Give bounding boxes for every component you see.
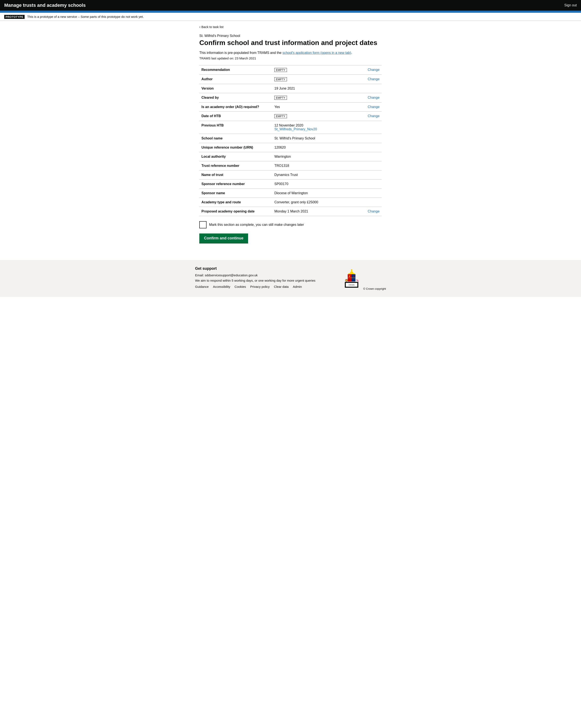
checkbox-label: Mark this section as complete, you can s…: [209, 223, 304, 227]
row-value: TRO1318: [272, 161, 354, 171]
row-value: Warrington: [272, 152, 354, 161]
row-value: 120620: [272, 143, 354, 152]
footer-links: GuidanceAccessibilityCookiesPrivacy poli…: [195, 285, 315, 288]
svg-text:♛: ♛: [353, 275, 355, 278]
row-label: Recommendation: [199, 66, 272, 75]
row-action[interactable]: Change: [354, 207, 382, 216]
header: Manage trusts and academy schools Sign o…: [0, 0, 581, 10]
table-row: Trust reference numberTRO1318: [199, 161, 382, 171]
row-label: School name: [199, 134, 272, 143]
footer-link[interactable]: Accessibility: [213, 285, 230, 288]
support-heading: Get support: [195, 266, 315, 271]
empty-badge: EMPTY: [274, 68, 287, 72]
table-row: Sponsor nameDiocese of Warrington: [199, 189, 382, 198]
previous-htb-link[interactable]: St_Wilfreds_Primary_Nov20: [274, 127, 352, 131]
row-value: Converter, grant only £25000: [272, 198, 354, 207]
svg-point-12: [354, 274, 355, 275]
signout-button[interactable]: Sign out: [564, 3, 577, 7]
table-row: Version19 June 2021: [199, 84, 382, 93]
empty-badge: EMPTY: [274, 96, 287, 100]
row-action: [354, 121, 382, 134]
footer-response-text: We aim to respond within 5 working days,…: [195, 279, 315, 282]
table-row: RecommendationEMPTYChange: [199, 66, 382, 75]
footer-link[interactable]: Privacy policy: [250, 285, 270, 288]
footer-link[interactable]: Cookies: [234, 285, 246, 288]
table-row: Is an academy order (AO) required?YesCha…: [199, 103, 382, 112]
support-email[interactable]: sddservicesupport@education.gov.uk: [205, 274, 258, 277]
row-label: Local authority: [199, 152, 272, 161]
complete-checkbox-section: Mark this section as complete, you can s…: [199, 221, 382, 228]
svg-marker-9: [349, 270, 355, 274]
row-action[interactable]: Change: [354, 66, 382, 75]
info-text-before: This information is pre-populated from T…: [199, 51, 282, 55]
row-action[interactable]: Change: [354, 75, 382, 84]
svg-text:CROWN: CROWN: [349, 284, 355, 286]
row-action: [354, 143, 382, 152]
confirm-button[interactable]: Confirm and continue: [199, 233, 248, 243]
info-text-after: .: [351, 51, 352, 55]
email-prefix: Email:: [195, 274, 205, 277]
header-title: Manage trusts and academy schools: [4, 3, 86, 8]
row-label: Unique reference number (URN): [199, 143, 272, 152]
change-link[interactable]: Change: [368, 105, 380, 109]
row-label: Version: [199, 84, 272, 93]
row-value: 19 June 2021: [272, 84, 354, 93]
row-value: Monday 1 March 2021: [272, 207, 354, 216]
school-name-label: St. Wilfrid's Primary School: [199, 34, 382, 38]
row-label: Name of trust: [199, 171, 272, 180]
crown-copyright: © Crown copyright: [363, 287, 386, 290]
change-link[interactable]: Change: [368, 209, 380, 213]
row-action[interactable]: Change: [354, 103, 382, 112]
row-value: EMPTY: [272, 75, 354, 84]
row-value: Dynamics Trust: [272, 171, 354, 180]
blue-bar: [0, 10, 581, 13]
table-row: Previous HTB12 November 2020St_Wilfreds_…: [199, 121, 382, 134]
footer-link[interactable]: Admin: [293, 285, 302, 288]
footer-link[interactable]: Clear data: [274, 285, 288, 288]
row-label: Cleared by: [199, 93, 272, 103]
row-value: EMPTY: [272, 112, 354, 121]
row-value: EMPTY: [272, 93, 354, 103]
row-action[interactable]: Change: [354, 112, 382, 121]
complete-checkbox[interactable]: [199, 221, 206, 228]
row-label: Author: [199, 75, 272, 84]
svg-text:♛: ♛: [349, 275, 351, 278]
svg-text:🦄: 🦄: [356, 279, 359, 283]
row-label: Sponsor reference number: [199, 180, 272, 189]
back-link[interactable]: Back to task list: [199, 25, 223, 29]
row-label: Is an academy order (AO) required?: [199, 103, 272, 112]
row-action: [354, 152, 382, 161]
footer-email-line: Email: sddservicesupport@education.gov.u…: [195, 274, 315, 277]
row-action[interactable]: Change: [354, 93, 382, 103]
change-link[interactable]: Change: [368, 114, 380, 118]
empty-badge: EMPTY: [274, 77, 287, 81]
row-value: EMPTY: [272, 66, 354, 75]
row-action: [354, 189, 382, 198]
row-action: [354, 134, 382, 143]
row-value: SP00170: [272, 180, 354, 189]
row-value: St. Wilfrid's Primary School: [272, 134, 354, 143]
row-action: [354, 171, 382, 180]
svg-point-11: [348, 274, 349, 275]
row-action: [354, 180, 382, 189]
table-row: Unique reference number (URN)120620: [199, 143, 382, 152]
svg-point-10: [351, 269, 353, 271]
crown-logo-section: CROWN ♛ ♛ 🦁 🦄 © Crown copyright: [341, 266, 386, 291]
change-link[interactable]: Change: [368, 77, 380, 81]
change-link[interactable]: Change: [368, 96, 380, 99]
info-text: This information is pre-populated from T…: [199, 51, 382, 55]
svg-text:🦁: 🦁: [345, 279, 349, 283]
table-row: Academy type and routeConverter, grant o…: [199, 198, 382, 207]
table-row: AuthorEMPTYChange: [199, 75, 382, 84]
footer-support: Get support Email: sddservicesupport@edu…: [195, 266, 315, 288]
prototype-banner: PROTOTYPE This is a prototype of a new s…: [0, 13, 581, 21]
change-link[interactable]: Change: [368, 68, 380, 72]
footer-link[interactable]: Guidance: [195, 285, 209, 288]
main-content: Back to task list St. Wilfrid's Primary …: [195, 21, 386, 252]
row-label: Trust reference number: [199, 161, 272, 171]
table-row: Cleared byEMPTYChange: [199, 93, 382, 103]
school-application-link[interactable]: school's application form (opens in a ne…: [282, 51, 351, 55]
footer: Get support Email: sddservicesupport@edu…: [0, 260, 581, 297]
row-label: Date of HTB: [199, 112, 272, 121]
summary-table: RecommendationEMPTYChangeAuthorEMPTYChan…: [199, 65, 382, 216]
